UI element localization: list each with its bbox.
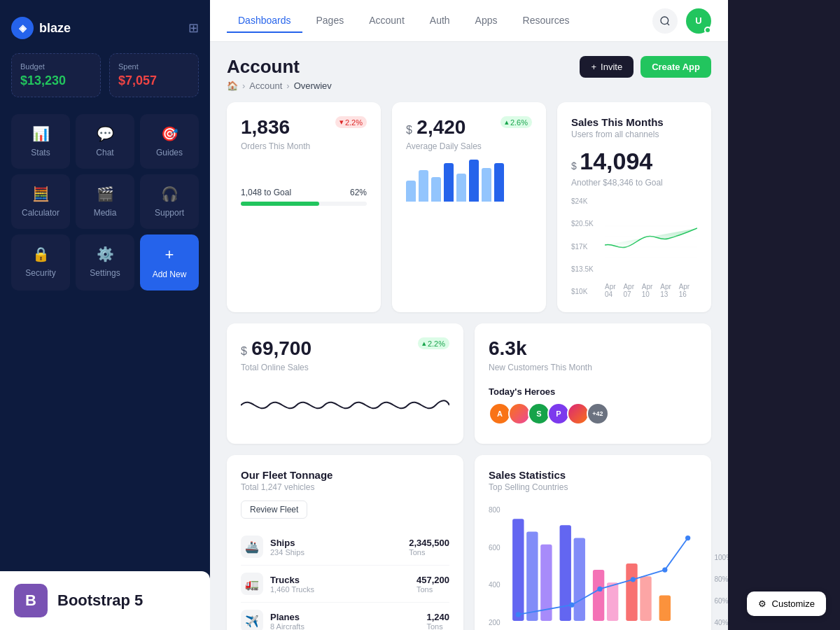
planes-value: 1,240 <box>426 612 449 622</box>
heroes-title: Today's Heroes <box>489 386 697 397</box>
ships-value: 2,345,500 <box>409 538 449 548</box>
daily-sales-change-badge: ▴ 2.6% <box>500 116 532 128</box>
sidebar-item-guides[interactable]: 🎯 Guides <box>140 114 199 169</box>
security-icon: 🔒 <box>32 246 50 262</box>
invite-button[interactable]: + Invite <box>580 56 634 78</box>
mini-bar-chart <box>406 160 532 202</box>
sales-prefix: $ <box>571 160 577 172</box>
menu-icon[interactable]: ⊞ <box>188 20 199 36</box>
wave-chart <box>241 381 449 430</box>
header-actions: + Invite Create App <box>580 56 711 78</box>
daily-sales-value: 2,420 <box>416 116 465 138</box>
sales-month-subtitle: Users from all channels <box>571 130 697 139</box>
orders-top: 1,836 ▾ 2.2% <box>241 116 367 139</box>
trucks-value: 457,200 <box>416 575 449 585</box>
online-sales-label: Total Online Sales <box>241 363 449 372</box>
orders-goal-label: 1,048 to Goal <box>241 188 291 197</box>
search-button[interactable] <box>652 8 678 34</box>
page-header: Account 🏠 › Account › Overwiev + Invite … <box>227 56 711 91</box>
budget-card: Budget $13,230 <box>11 53 101 97</box>
guides-icon: 🎯 <box>161 125 178 142</box>
sidebar-item-settings[interactable]: ⚙️ Settings <box>76 234 134 290</box>
breadcrumb-home[interactable]: 🏠 <box>227 80 238 91</box>
breadcrumb: 🏠 › Account › Overwiev <box>227 80 332 91</box>
svg-point-15 <box>515 612 520 617</box>
sales-stats-subtitle: Top Selling Countries <box>489 482 697 492</box>
sidebar-item-label: Security <box>25 268 55 278</box>
sidebar-item-label: Stats <box>31 148 50 158</box>
online-sales-card: $ 69,700 ▴ 2.2% Total Online Sales <box>227 323 463 444</box>
ships-icon: 🚢 <box>241 536 263 558</box>
bootstrap-badge: B Bootstrap 5 <box>0 571 210 630</box>
sidebar-item-support[interactable]: 🎧 Support <box>140 174 199 229</box>
fleet-subtitle: Total 1,247 vehicles <box>241 482 449 492</box>
chart-x-axis: Apr 04 Apr 07 Apr 10 Apr 13 Apr 16 <box>605 283 697 298</box>
svg-rect-6 <box>526 531 538 621</box>
topnav-right: U <box>652 8 711 34</box>
svg-rect-10 <box>593 570 604 621</box>
topnav-apps[interactable]: Apps <box>464 9 509 33</box>
svg-point-18 <box>630 577 635 582</box>
sidebar-item-chat[interactable]: 💬 Chat <box>76 114 134 169</box>
svg-point-19 <box>662 567 667 572</box>
sidebar: ◈ blaze ⊞ Budget $13,230 Spent $7,057 📊 … <box>0 0 210 630</box>
sales-stats-chart: 800 600 400 200 <box>489 500 697 629</box>
sidebar-item-security[interactable]: 🔒 Security <box>11 234 70 290</box>
orders-progress-row: 1,048 to Goal 62% <box>241 188 367 197</box>
breadcrumb-current: Overwiev <box>294 80 332 91</box>
bar-2 <box>419 170 428 202</box>
sidebar-item-label: Guides <box>156 148 183 158</box>
sidebar-item-media[interactable]: 🎬 Media <box>76 174 134 229</box>
customize-button[interactable]: ⚙ Customize <box>747 592 826 616</box>
customers-label: New Customers This Month <box>489 363 697 372</box>
trucks-name: Trucks <box>270 575 314 585</box>
sidebar-item-add-new[interactable]: + Add New <box>140 234 199 290</box>
svg-point-20 <box>685 536 690 540</box>
sales-stats-title: Sales Statistics <box>489 469 697 481</box>
budget-row: Budget $13,230 Spent $7,057 <box>11 53 199 97</box>
user-avatar[interactable]: U <box>686 8 711 34</box>
chart-body: Apr 04 Apr 07 Apr 10 Apr 13 Apr 16 <box>605 195 697 298</box>
online-sales-top: $ 69,700 ▴ 2.2% <box>241 337 449 360</box>
budget-value: $13,230 <box>20 74 92 88</box>
sidebar-item-stats[interactable]: 📊 Stats <box>11 114 70 169</box>
sales-month-card: Sales This Months Users from all channel… <box>557 102 711 312</box>
stats-icon: 📊 <box>32 125 50 142</box>
calculator-icon: 🧮 <box>32 186 50 202</box>
topnav-auth[interactable]: Auth <box>419 9 461 33</box>
svg-point-16 <box>569 603 574 608</box>
sidebar-item-label: Calculator <box>22 208 59 218</box>
sidebar-item-label: Media <box>94 208 117 218</box>
sales-y-axis: 800 600 400 200 <box>489 503 500 629</box>
bar-8 <box>494 163 504 202</box>
trucks-icon: 🚛 <box>241 573 263 595</box>
svg-rect-5 <box>512 519 524 621</box>
topnav-links: Dashboards Pages Account Auth Apps Resou… <box>227 9 580 33</box>
daily-sales-top: $ 2,420 ▴ 2.6% <box>406 116 532 139</box>
orders-change-badge: ▾ 2.2% <box>335 116 367 128</box>
main-content: Dashboards Pages Account Auth Apps Resou… <box>210 0 728 630</box>
topnav-account[interactable]: Account <box>358 9 416 33</box>
sidebar-header: ◈ blaze ⊞ <box>11 11 199 53</box>
bar-3 <box>431 177 441 202</box>
sales-goal-text: Another $48,346 to Goal <box>571 178 697 188</box>
media-icon: 🎬 <box>97 186 114 202</box>
sales-pct-axis: 100% 80% 60% 40% <box>714 500 728 629</box>
orders-label: Orders This Month <box>241 141 367 151</box>
logo-area: ◈ blaze <box>11 17 71 39</box>
planes-icon: ✈️ <box>241 610 263 630</box>
sidebar-item-calculator[interactable]: 🧮 Calculator <box>11 174 70 229</box>
breadcrumb-account[interactable]: Account <box>249 80 282 91</box>
orders-progress-bar-fill <box>241 202 319 206</box>
create-app-button[interactable]: Create App <box>640 56 711 78</box>
settings-icon: ⚙️ <box>97 246 114 262</box>
svg-rect-14 <box>659 596 670 621</box>
fleet-title: Our Fleet Tonnage <box>241 469 449 481</box>
online-sales-badge: ▴ 2.2% <box>418 337 449 349</box>
bar-4 <box>444 163 454 202</box>
topnav-resources[interactable]: Resources <box>512 9 581 33</box>
topnav-dashboards[interactable]: Dashboards <box>227 9 302 33</box>
topnav-pages[interactable]: Pages <box>305 9 356 33</box>
bootstrap-icon: B <box>14 584 48 617</box>
review-fleet-button[interactable]: Review Fleet <box>241 500 307 519</box>
